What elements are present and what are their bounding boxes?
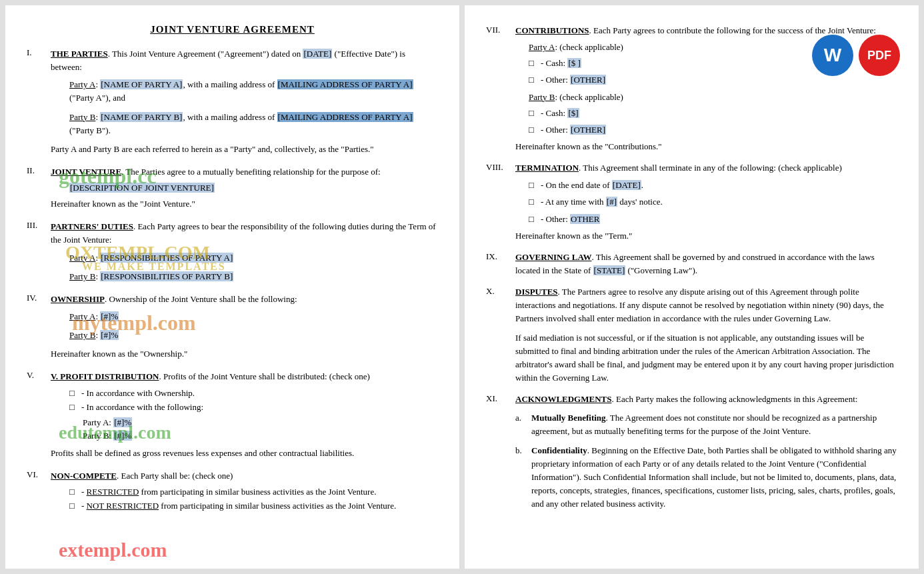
profit-sub: Party A: [#]% Party B: [#]% <box>83 416 438 443</box>
section-viii: VIII. TERMINATION. This Agreement shall … <box>486 161 897 243</box>
section-iii-num: III. <box>27 220 45 247</box>
party-a-label: Party A <box>69 79 95 89</box>
term-cb-2-label: - At any time with [#] days' notice. <box>541 195 663 209</box>
section-ix: IX. GOVERNING LAW. This Agreement shall … <box>486 251 897 277</box>
section-v-title: V. PROFIT DISTRIBUTION <box>51 371 159 381</box>
ack-b-label: b. <box>515 444 527 511</box>
contrib-b-cb-1-label: - Cash: [$] <box>541 107 579 120</box>
ack-a-title: Mutually Benefiting <box>531 413 606 423</box>
section-ii-num: II. <box>27 165 45 179</box>
party-a-address: [MAILING ADDRESS OF PARTY A] <box>277 79 413 89</box>
state-placeholder: [STATE] <box>593 265 626 275</box>
section-vii-num: VII. <box>486 24 510 153</box>
ownership-party-b-pct: [#]% <box>100 330 119 340</box>
profit-cb-1: □ - In accordance with Ownership. <box>69 388 438 399</box>
profit-footer: Profits shall be defined as gross revenu… <box>51 447 438 460</box>
section-xi-num: XI. <box>486 393 510 516</box>
ownership-party-b: Party B: [#]% <box>69 329 438 342</box>
section-ix-body: GOVERNING LAW. This Agreement shall be g… <box>515 251 897 277</box>
section-viii-num: VIII. <box>486 161 510 243</box>
jv-placeholder: [DESCRIPTION OF JOINT VENTURE] <box>69 183 215 193</box>
duties-party-a-resp: [RESPONSIBILITIES OF PARTY A] <box>100 253 233 263</box>
noncompete-cb-2-label: - NOT RESTRICTED from participating in s… <box>81 501 396 511</box>
left-page: gotempl.cc OXTEMPL.COM WE MAKE TEMPLATES… <box>5 5 459 569</box>
ownership-footer: Hereinafter known as the "Ownership." <box>51 347 438 361</box>
profit-party-a: Party A: [#]% <box>83 416 438 429</box>
section-iv-num: IV. <box>27 293 45 306</box>
section-ii: II. JOINT VENTURE. The Parties agree to … <box>27 165 438 211</box>
page-container: gotempl.cc OXTEMPL.COM WE MAKE TEMPLATES… <box>0 0 924 574</box>
jv-description: [DESCRIPTION OF JOINT VENTURE] <box>69 183 438 193</box>
format-badges: W PDF <box>812 35 900 76</box>
section-vii-title: CONTRIBUTIONS <box>515 25 589 35</box>
termination-checkboxes: □ - On the end date of [DATE]. □ - At an… <box>529 179 897 225</box>
party-b-name: [NAME OF PARTY B] <box>100 112 183 122</box>
term-cb-2: □ - At any time with [#] days' notice. <box>529 195 897 209</box>
ack-b-text: Confidentiality. Beginning on the Effect… <box>531 444 897 511</box>
section-x-body: DISPUTES. The Partners agree to resolve … <box>515 285 897 385</box>
section-v: V. V. PROFIT DISTRIBUTION. Profits of th… <box>27 370 438 460</box>
section-iii-body: Party A: [RESPONSIBILITIES OF PARTY A] P… <box>51 251 438 283</box>
party-a-block: Party A: [NAME OF PARTY A], with a maili… <box>69 78 438 105</box>
section-ii-body: [DESCRIPTION OF JOINT VENTURE] Hereinaft… <box>51 183 438 211</box>
contributions-footer: Hereinafter known as the "Contributions.… <box>515 140 897 153</box>
noncompete-checkboxes: □ - RESTRICTED from participating in sim… <box>69 487 438 511</box>
section-vi-body: □ - RESTRICTED from participating in sim… <box>51 487 438 511</box>
acknowledgments-items: a. Mutually Benefiting. The Agreement do… <box>515 411 897 511</box>
section-ix-num: IX. <box>486 251 510 277</box>
section-i: I. THE PARTIES. This Joint Venture Agree… <box>27 47 438 156</box>
ownership-party-a-label: Party A <box>69 311 95 321</box>
ack-item-b: b. Confidentiality. Beginning on the Eff… <box>515 444 897 511</box>
ack-a-text: Mutually Benefiting. The Agreement does … <box>531 411 897 438</box>
checkbox-sym-2: □ <box>69 402 79 413</box>
contrib-a-cb-2-label: - Other: [OTHER] <box>541 73 606 87</box>
checkbox-sym-nc-2: □ <box>69 501 79 511</box>
ownership-party-b-label: Party B <box>69 330 95 340</box>
section-i-title: THE PARTIES <box>51 49 108 59</box>
profit-party-a-pct: [#]% <box>113 417 132 427</box>
duties-party-b-label: Party B <box>69 271 95 281</box>
section-xi-title: ACKNOWLEDGMENTS <box>515 394 611 404</box>
checkbox-sym-1: □ <box>69 388 79 399</box>
jv-footer: Hereinafter known as the "Joint Venture.… <box>51 197 438 211</box>
section-x: X. DISPUTES. The Partners agree to resol… <box>486 285 897 385</box>
contrib-a-cb-1-label: - Cash: [$ ] <box>541 57 581 70</box>
party-b-address: [MAILING ADDRESS OF PARTY A] <box>277 112 413 122</box>
section-vi-num: VI. <box>27 469 45 483</box>
section-iii-title: PARTNERS' DUTIES <box>51 221 133 231</box>
section-v-num: V. <box>27 370 45 383</box>
right-page: Shotempl.cc datempl.com dottempl.com xte… <box>465 5 919 569</box>
termination-footer: Hereinafter known as the "Term." <box>515 229 897 243</box>
section-v-body: □ - In accordance with Ownership. □ - In… <box>51 388 438 460</box>
term-cb-1: □ - On the end date of [DATE]. <box>529 179 897 192</box>
contrib-b-cb-2: □ - Other: [OTHER] <box>529 123 897 137</box>
duties-party-b: Party B: [RESPONSIBILITIES OF PARTY B] <box>69 270 438 283</box>
document-title: JOINT VENTURE AGREEMENT <box>27 24 438 35</box>
section-ii-title: JOINT VENTURE <box>51 167 121 177</box>
profit-party-b: Party B: [#]% <box>83 429 438 443</box>
ack-item-a: a. Mutually Benefiting. The Agreement do… <box>515 411 897 438</box>
ack-a-label: a. <box>515 411 527 438</box>
section-viii-body: TERMINATION. This Agreement shall termin… <box>515 161 897 243</box>
term-cb-3: □ - Other: OTHER <box>529 213 897 226</box>
noncompete-cb-2: □ - NOT RESTRICTED from participating in… <box>69 501 438 511</box>
date-placeholder: [DATE] <box>303 49 332 59</box>
section-i-num: I. <box>27 47 45 74</box>
party-b-label: Party B <box>69 112 95 122</box>
section-vi: VI. NON-COMPETE. Each Party shall be: (c… <box>27 469 438 511</box>
contrib-party-b-label: Party B: (check applicable) <box>529 91 897 104</box>
watermark-extempl: extempl.com <box>59 539 167 561</box>
pdf-badge: PDF <box>859 35 900 76</box>
party-b-block: Party B: [NAME OF PARTY B], with a maili… <box>69 111 438 137</box>
section-ix-title: GOVERNING LAW <box>515 252 592 262</box>
checkbox-sym-nc-1: □ <box>69 487 79 497</box>
contrib-b-cb-1: □ - Cash: [$] <box>529 107 897 120</box>
section-vi-title: NON-COMPETE <box>51 471 117 481</box>
profit-cb-2-label: - In accordance with the following: <box>81 402 203 413</box>
noncompete-cb-1-label: - RESTRICTED from participating in simil… <box>81 487 376 497</box>
profit-cb-1-label: - In accordance with Ownership. <box>81 388 195 399</box>
section-x-num: X. <box>486 285 510 385</box>
noncompete-cb-1: □ - RESTRICTED from participating in sim… <box>69 487 438 497</box>
section-xi-body: ACKNOWLEDGMENTS. Each Party makes the fo… <box>515 393 897 516</box>
party-a-name: [NAME OF PARTY A] <box>100 79 183 89</box>
